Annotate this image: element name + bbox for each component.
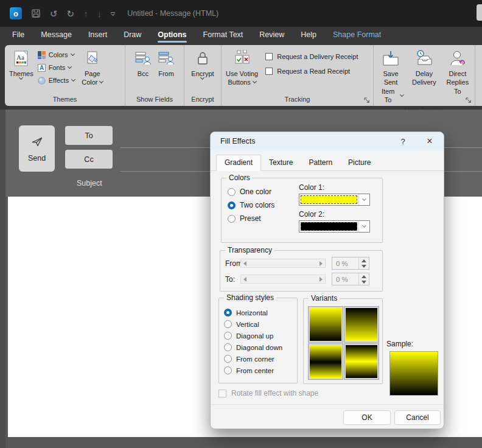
read-receipt-checkbox[interactable] <box>265 68 273 75</box>
radio-circle[interactable] <box>224 320 232 328</box>
transparency-from-spinner[interactable]: 0 % <box>332 257 369 270</box>
tab-gradient[interactable]: Gradient <box>216 155 261 171</box>
spinner-buttons[interactable] <box>358 273 369 285</box>
radio-one-color[interactable]: One color <box>228 187 271 196</box>
menu-tab-insert[interactable]: Insert <box>88 30 107 39</box>
radio-circle[interactable] <box>224 366 232 374</box>
theme-effects-button[interactable]: Effects <box>36 75 77 86</box>
slider-right-arrow-icon[interactable] <box>320 261 323 266</box>
radio-circle[interactable] <box>228 215 236 223</box>
delivery-receipt-checkbox-row[interactable]: Request a Delivery Receipt <box>265 53 358 60</box>
menu-tab-file[interactable]: File <box>12 30 24 39</box>
save-sent-item-to-button[interactable]: Save Sent Item To <box>375 48 406 105</box>
menu-tab-review[interactable]: Review <box>259 30 284 39</box>
delay-delivery-button[interactable]: Delay Delivery <box>410 48 439 88</box>
radio-circle[interactable] <box>228 188 236 196</box>
more-options-dialog-launcher-icon[interactable] <box>466 97 472 103</box>
ribbon-group-themes: Aa Themes <box>5 45 125 106</box>
menu-tab-message[interactable]: Message <box>41 30 72 39</box>
use-voting-buttons-button[interactable]: Use Voting Buttons <box>223 48 260 88</box>
variants-label: Variants <box>309 294 340 303</box>
radio-vertical[interactable]: Vertical <box>224 320 259 328</box>
clipped-edge-button <box>477 4 482 21</box>
slider-right-arrow-icon[interactable] <box>320 277 323 282</box>
variant-yellow-black-yellow[interactable] <box>309 344 343 379</box>
radio-diagonal-down[interactable]: Diagonal down <box>224 343 282 351</box>
delay-delivery-label-line2: Delivery <box>412 78 436 86</box>
save-sent-label-line2: Item To <box>378 87 398 105</box>
radio-circle-selected[interactable] <box>228 201 236 209</box>
cc-label: Cc <box>84 155 93 164</box>
menu-tab-format-text[interactable]: Format Text <box>203 30 243 39</box>
transparency-from-value: 0 % <box>336 260 348 267</box>
transparency-to-spinner[interactable]: 0 % <box>332 273 369 285</box>
ok-button[interactable]: OK <box>343 410 391 425</box>
chevron-down-icon <box>400 93 404 97</box>
color1-dropdown[interactable] <box>299 194 370 206</box>
to-button[interactable]: To <box>65 126 113 145</box>
diagonal-up-label: Diagonal up <box>236 332 273 340</box>
page-color-button[interactable]: Page Color <box>79 48 105 88</box>
transparency-to-slider[interactable] <box>240 275 326 284</box>
color1-label: Color 1: <box>299 183 324 192</box>
theme-fonts-icon: A <box>38 64 46 72</box>
radio-circle[interactable] <box>224 343 232 351</box>
cc-button[interactable]: Cc <box>65 150 113 169</box>
menu-tab-options[interactable]: Options <box>158 30 186 39</box>
tracking-dialog-launcher-icon[interactable] <box>364 97 370 103</box>
save-icon[interactable] <box>31 9 41 18</box>
variant-black-to-yellow[interactable] <box>344 307 379 342</box>
radio-preset[interactable]: Preset <box>228 214 261 223</box>
ribbon-group-tracking: Use Voting Buttons Request a Delivery Re… <box>221 45 373 106</box>
encrypt-group-label: Encrypt <box>184 94 221 106</box>
radio-circle[interactable] <box>224 332 232 340</box>
dialog-help-button[interactable]: ? <box>390 137 416 146</box>
radio-circle-selected[interactable] <box>224 309 232 317</box>
to-label: To <box>85 131 93 140</box>
spinner-buttons[interactable] <box>358 257 369 269</box>
window-left-margin <box>0 110 5 448</box>
customize-qat-icon[interactable] <box>111 12 115 15</box>
slider-left-arrow-icon[interactable] <box>243 261 246 266</box>
read-receipt-checkbox-row[interactable]: Request a Read Receipt <box>265 68 358 75</box>
color2-label: Color 2: <box>299 210 324 219</box>
color1-dropdown-arrow-icon[interactable] <box>358 194 369 205</box>
from-button[interactable]: From <box>156 48 176 79</box>
from-label: From <box>158 69 174 78</box>
redo-icon[interactable]: ↻ <box>67 9 75 18</box>
theme-colors-button[interactable]: Colors <box>36 49 77 60</box>
radio-diagonal-up[interactable]: Diagonal up <box>224 332 273 340</box>
transparency-from-slider[interactable] <box>240 259 326 268</box>
delivery-receipt-checkbox[interactable] <box>265 53 273 60</box>
bcc-label: Bcc <box>138 69 148 78</box>
menu-tab-draw[interactable]: Draw <box>124 30 141 39</box>
encrypt-button[interactable]: Encrypt <box>189 48 216 80</box>
themes-button[interactable]: Aa Themes <box>7 48 36 80</box>
theme-fonts-button[interactable]: A Fonts <box>36 62 77 73</box>
variant-yellow-to-black[interactable] <box>309 307 343 342</box>
cancel-button[interactable]: Cancel <box>394 410 441 425</box>
dialog-close-icon[interactable]: × <box>416 136 444 147</box>
bcc-button[interactable]: Bcc <box>133 48 153 79</box>
tab-pattern[interactable]: Pattern <box>301 155 340 170</box>
send-button[interactable]: Send <box>19 125 55 172</box>
variant-black-yellow-black[interactable] <box>344 344 379 379</box>
fill-effects-dialog: Fill Effects ? × Gradient Texture Patter… <box>210 131 444 429</box>
undo-icon[interactable]: ↺ <box>50 9 58 18</box>
radio-from-center[interactable]: From center <box>224 366 274 374</box>
slider-left-arrow-icon[interactable] <box>243 277 246 282</box>
radio-horizontal[interactable]: Horizontal <box>224 309 268 317</box>
color2-dropdown-arrow-icon[interactable] <box>358 221 369 232</box>
radio-two-colors[interactable]: Two colors <box>228 201 274 209</box>
transparency-to-label: To: <box>225 275 235 284</box>
radio-circle[interactable] <box>224 355 232 363</box>
menu-tab-shape-format[interactable]: Shape Format <box>333 30 381 39</box>
radio-from-corner[interactable]: From corner <box>224 355 274 363</box>
transparency-to-value: 0 % <box>336 276 348 283</box>
tab-picture[interactable]: Picture <box>340 155 379 170</box>
tab-texture[interactable]: Texture <box>261 155 301 170</box>
themes-group-label: Themes <box>5 94 125 106</box>
color2-dropdown[interactable] <box>299 220 370 233</box>
direct-replies-to-button[interactable]: Direct Replies To <box>442 48 473 97</box>
menu-tab-help[interactable]: Help <box>301 30 316 39</box>
